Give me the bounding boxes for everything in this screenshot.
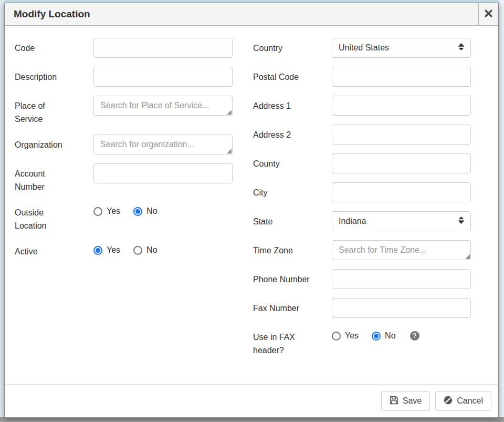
form-row-city: City [253,182,471,202]
field-label-use-in-fax-header: Use in FAX header? [253,327,332,357]
active-radio-label-no: No [146,245,157,255]
active-radio-label-yes: Yes [107,245,120,255]
form-row-county: County [253,153,471,173]
form-row-fax-number: Fax Number [253,298,471,318]
field-control-address-1 [332,96,471,116]
modal-body: CodeDescriptionPlace of ServiceOrganizat… [5,26,498,384]
field-control-time-zone [332,240,471,260]
modal-title: Modify Location [5,3,478,25]
place-of-service-search-input[interactable] [93,96,233,116]
field-label-organization: Organization [15,135,93,151]
close-icon [485,9,492,19]
field-label-phone-number: Phone Number [253,269,332,286]
field-control-phone-number [332,269,471,289]
question-circle-icon[interactable]: ? [410,331,419,341]
cancel-button-label: Cancel [457,396,483,406]
form-row-description: Description [15,67,233,87]
save-button-label: Save [403,396,422,406]
active-radio-yes[interactable]: Yes [93,245,120,255]
field-label-account-number: Account Number [15,163,93,193]
field-label-time-zone: Time Zone [253,240,332,257]
modal-footer: Save Cancel [5,384,498,417]
outside-location-radio-label-yes: Yes [107,207,120,216]
use-in-fax-header-radio-group: YesNo? [332,327,471,341]
field-control-use-in-fax-header: YesNo? [332,327,471,341]
organization-search-input[interactable] [93,135,233,155]
up-down-arrows-icon [454,217,464,226]
close-button[interactable] [478,3,498,25]
form-row-use-in-fax-header: Use in FAX header?YesNo? [253,327,471,357]
field-control-account-number [93,163,233,183]
radio-circle-icon [133,246,142,255]
form-row-code: Code [15,38,233,58]
form-row-country: CountryUnited States [253,38,471,58]
cancel-button[interactable]: Cancel [435,391,491,411]
form-row-time-zone: Time Zone [253,240,471,260]
field-label-code: Code [15,38,93,55]
field-label-postal-code: Postal Code [253,67,332,84]
form-row-postal-code: Postal Code [253,67,471,87]
state-select-value: Indiana [339,217,366,226]
field-label-state: State [253,211,332,228]
country-select[interactable]: United States [332,38,471,58]
field-control-fax-number [332,298,471,318]
modal-header: Modify Location [5,3,498,26]
field-label-address-1: Address 1 [253,96,332,112]
field-control-description [93,67,233,87]
field-control-country: United States [332,38,471,58]
field-control-address-2 [332,125,471,145]
up-down-arrows-icon [454,43,464,53]
field-control-organization [93,135,233,155]
ban-circle-icon [444,396,453,407]
outside-location-radio-group: YesNo [93,202,233,216]
background-right-strip [499,0,504,422]
form-row-state: StateIndiana [253,211,471,231]
radio-circle-icon [372,332,381,341]
form-row-active: ActiveYesNo [15,241,233,258]
field-label-country: Country [253,38,332,55]
state-select[interactable]: Indiana [332,211,471,231]
field-control-city [332,182,471,202]
code-input[interactable] [93,38,233,58]
form-row-account-number: Account Number [15,163,233,193]
active-radio-no[interactable]: No [133,245,157,255]
description-input[interactable] [93,67,233,87]
field-control-postal-code [332,67,471,87]
address-2-input[interactable] [332,125,471,145]
fax-number-input[interactable] [332,298,471,318]
form-row-place-of-service: Place of Service [15,96,233,126]
radio-circle-icon [332,332,341,341]
radio-circle-icon [93,246,102,255]
county-input[interactable] [332,153,471,173]
background-bottom-strip [0,417,504,422]
city-input[interactable] [332,182,471,202]
field-label-active: Active [15,241,93,258]
use-in-fax-header-radio-yes[interactable]: Yes [332,331,359,341]
field-control-code [93,38,233,58]
country-select-value: United States [339,43,389,53]
phone-number-input[interactable] [332,269,471,289]
field-label-county: County [253,153,332,170]
modify-location-modal: Modify Location CodeDescriptionPlace of … [4,3,499,418]
form-row-organization: Organization [15,135,233,155]
outside-location-radio-yes[interactable]: Yes [93,207,120,216]
account-number-input[interactable] [93,163,233,183]
form-column-right: CountryUnited StatesPostal CodeAddress 1… [253,38,471,384]
time-zone-search-input[interactable] [332,240,471,260]
save-button[interactable]: Save [381,391,430,411]
outside-location-radio-no[interactable]: No [133,207,157,216]
field-label-outside-location: Outside Location [15,202,93,232]
address-1-input[interactable] [332,96,471,116]
field-control-outside-location: YesNo [93,202,233,216]
form-row-address-2: Address 2 [253,125,471,145]
field-label-fax-number: Fax Number [253,298,332,315]
form-row-phone-number: Phone Number [253,269,471,289]
active-radio-group: YesNo [93,241,233,255]
field-control-state: Indiana [332,211,471,231]
field-control-place-of-service [93,96,233,116]
postal-code-input[interactable] [332,67,471,87]
field-label-city: City [253,182,332,199]
use-in-fax-header-radio-no[interactable]: No [372,331,395,341]
radio-circle-icon [93,207,102,216]
use-in-fax-header-radio-label-yes: Yes [345,331,359,341]
